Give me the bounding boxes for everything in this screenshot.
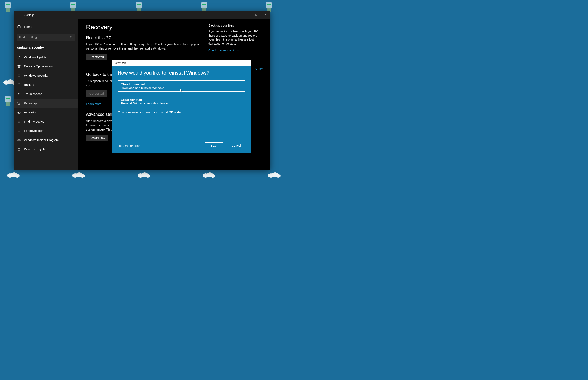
svg-point-22 bbox=[8, 98, 10, 99]
svg-point-47 bbox=[18, 111, 20, 114]
sidebar-item-troubleshoot[interactable]: Troubleshoot bbox=[14, 89, 78, 99]
svg-point-17 bbox=[267, 4, 269, 5]
svg-rect-0 bbox=[5, 2, 11, 8]
recovery-icon bbox=[17, 101, 21, 105]
home-nav[interactable]: Home bbox=[14, 22, 78, 31]
sidebar-item-find-my-device[interactable]: Find my device bbox=[14, 117, 78, 126]
sidebar-item-insider-program[interactable]: Windows Insider Program bbox=[14, 135, 78, 145]
sidebar-item-for-developers[interactable]: For developers bbox=[14, 126, 78, 135]
wallpaper-cloud-icon bbox=[71, 170, 86, 179]
check-backup-settings-link[interactable]: Check backup settings bbox=[208, 49, 263, 52]
sidebar-item-label: Windows Update bbox=[24, 56, 47, 59]
sidebar-item-label: Windows Insider Program bbox=[24, 138, 59, 142]
reset-heading: Reset this PC bbox=[86, 35, 200, 40]
developers-icon bbox=[17, 129, 21, 133]
svg-point-18 bbox=[269, 4, 271, 5]
svg-rect-16 bbox=[266, 2, 272, 8]
sidebar-item-label: Delivery Optimization bbox=[24, 65, 53, 68]
restart-now-button[interactable]: Restart now bbox=[86, 134, 108, 141]
aside-backup-desc: If you're having problems with your PC, … bbox=[208, 29, 263, 46]
sidebar-item-activation[interactable]: Activation bbox=[14, 108, 78, 117]
svg-rect-44 bbox=[18, 66, 20, 66]
svg-rect-20 bbox=[5, 96, 11, 102]
svg-line-43 bbox=[71, 38, 72, 38]
svg-point-6 bbox=[73, 4, 75, 5]
sidebar-item-backup[interactable]: Backup bbox=[14, 80, 78, 89]
shield-icon bbox=[17, 74, 21, 78]
svg-point-1 bbox=[6, 4, 8, 5]
backup-icon bbox=[17, 83, 21, 87]
search-input[interactable]: Find a setting bbox=[17, 34, 75, 41]
svg-rect-8 bbox=[136, 2, 142, 8]
svg-point-42 bbox=[70, 36, 72, 38]
svg-rect-23 bbox=[6, 102, 10, 106]
dialog-title: Reset this PC bbox=[112, 60, 251, 66]
minimize-button[interactable]: — bbox=[243, 13, 252, 16]
svg-rect-12 bbox=[201, 2, 207, 8]
wallpaper-robot-icon bbox=[2, 92, 14, 109]
svg-point-51 bbox=[19, 140, 20, 140]
encryption-icon bbox=[17, 147, 21, 151]
svg-point-5 bbox=[71, 4, 73, 5]
sidebar-item-label: Activation bbox=[24, 111, 37, 114]
option-title: Cloud download bbox=[121, 82, 242, 86]
svg-point-9 bbox=[137, 4, 139, 5]
sidebar-item-windows-update[interactable]: Windows Update bbox=[14, 53, 78, 62]
reset-desc: If your PC isn't running well, resetting… bbox=[86, 42, 200, 51]
dialog-note: Cloud download can use more than 4 GB of… bbox=[118, 111, 246, 114]
sidebar-item-recovery[interactable]: Recovery bbox=[14, 99, 78, 108]
sidebar: Home Find a setting Update & Security Wi… bbox=[14, 19, 78, 170]
svg-point-29 bbox=[15, 174, 20, 178]
sidebar-item-device-encryption[interactable]: Device encryption bbox=[14, 145, 78, 154]
sidebar-item-label: For developers bbox=[24, 129, 44, 133]
sidebar-item-windows-security[interactable]: Windows Security bbox=[14, 71, 78, 80]
dialog-heading: How would you like to reinstall Windows? bbox=[118, 70, 246, 76]
sidebar-item-label: Find my device bbox=[24, 120, 44, 123]
goback-get-started-button: Get started bbox=[86, 90, 107, 97]
sidebar-item-label: Recovery bbox=[24, 101, 37, 105]
search-icon bbox=[70, 36, 73, 39]
svg-point-14 bbox=[204, 4, 206, 5]
svg-point-32 bbox=[80, 174, 85, 178]
close-button[interactable]: ✕ bbox=[261, 13, 270, 16]
wallpaper-cloud-icon bbox=[267, 170, 281, 179]
sidebar-item-delivery-optimization[interactable]: Delivery Optimization bbox=[14, 62, 78, 71]
option-cloud-download[interactable]: Cloud download Download and reinstall Wi… bbox=[118, 80, 246, 92]
svg-point-21 bbox=[6, 98, 8, 99]
sidebar-item-label: Device encryption bbox=[24, 148, 48, 151]
delivery-icon bbox=[17, 64, 21, 69]
reset-pc-dialog: Reset this PC How would you like to rein… bbox=[112, 60, 251, 153]
page-title: Recovery bbox=[86, 24, 200, 31]
back-button[interactable]: ← bbox=[14, 13, 23, 17]
home-label: Home bbox=[24, 25, 32, 28]
svg-point-41 bbox=[276, 174, 281, 178]
svg-point-48 bbox=[18, 120, 20, 122]
wallpaper-cloud-icon bbox=[6, 170, 20, 179]
svg-rect-46 bbox=[18, 67, 20, 68]
help-me-choose-link[interactable]: Help me choose bbox=[118, 144, 140, 148]
titlebar: ← Settings — □ ✕ bbox=[14, 11, 270, 19]
window-title: Settings bbox=[24, 13, 34, 17]
svg-rect-45 bbox=[18, 66, 20, 67]
maximize-button[interactable]: □ bbox=[252, 13, 261, 16]
svg-point-38 bbox=[211, 174, 215, 178]
find-device-icon bbox=[17, 119, 21, 124]
sidebar-item-label: Windows Security bbox=[24, 74, 48, 77]
reset-get-started-button[interactable]: Get started bbox=[86, 54, 107, 60]
svg-point-50 bbox=[18, 140, 18, 140]
svg-point-13 bbox=[202, 4, 204, 5]
svg-point-35 bbox=[145, 174, 150, 178]
home-icon bbox=[17, 24, 21, 29]
insider-icon bbox=[17, 138, 21, 142]
option-desc: Download and reinstall Windows bbox=[121, 86, 242, 90]
troubleshoot-icon bbox=[17, 92, 21, 96]
svg-rect-3 bbox=[6, 8, 10, 12]
cancel-button[interactable]: Cancel bbox=[227, 142, 246, 149]
svg-rect-4 bbox=[70, 2, 76, 8]
sidebar-section-label: Update & Security bbox=[14, 44, 78, 53]
option-desc: Reinstall Windows from this device bbox=[121, 102, 242, 105]
option-local-reinstall[interactable]: Local reinstall Reinstall Windows from t… bbox=[118, 96, 246, 107]
activation-icon bbox=[17, 110, 21, 114]
option-title: Local reinstall bbox=[121, 98, 242, 101]
back-button[interactable]: Back bbox=[205, 142, 223, 149]
